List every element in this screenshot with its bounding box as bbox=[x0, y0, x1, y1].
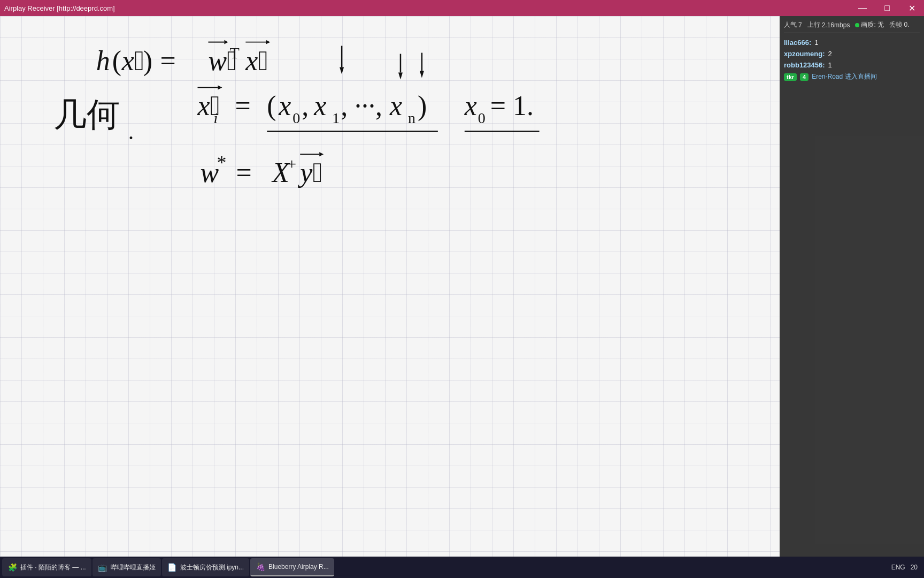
upload-label: 上行 bbox=[807, 20, 820, 29]
taskbar-blueberry-label: Blueberry Airplay R... bbox=[268, 563, 329, 571]
svg-text:*: * bbox=[217, 152, 226, 173]
taskbar-blueberry[interactable]: 🍇 Blueberry Airplay R... bbox=[250, 558, 334, 576]
svg-text:,: , bbox=[302, 90, 309, 121]
maximize-button[interactable]: □ bbox=[875, 0, 899, 16]
svg-text:): ) bbox=[143, 45, 152, 77]
svg-text:1: 1 bbox=[332, 110, 340, 126]
chat-count-2: 1 bbox=[828, 61, 832, 69]
svg-text:几何: 几何 bbox=[53, 96, 120, 133]
svg-marker-39 bbox=[420, 71, 424, 78]
svg-marker-11 bbox=[266, 40, 270, 44]
chat-row-2: robb123456: 1 bbox=[784, 61, 920, 69]
chat-user-2: robb123456: bbox=[784, 61, 825, 69]
svg-text:=: = bbox=[160, 45, 176, 76]
delay-stat: 丢帧 0. bbox=[889, 20, 909, 29]
title-bar: Airplay Receiver [http://deeprd.com] — □… bbox=[0, 0, 924, 16]
plugin-icon: 🧩 bbox=[7, 562, 17, 572]
whiteboard[interactable]: h ( x⃗ ) = w⃗ T x⃗ 几何 . x⃗ i bbox=[0, 16, 780, 557]
taskbar-time: 20 bbox=[911, 564, 918, 571]
chat-messages: lilac666: 1 xpzoumeng: 2 robb123456: 1 t… bbox=[784, 39, 920, 81]
chat-count-1: 2 bbox=[828, 50, 832, 58]
blueberry-icon: 🍇 bbox=[256, 562, 265, 572]
quality-label: 画质: 无 bbox=[861, 20, 884, 29]
enter-text: Eren-Road 进入直播间 bbox=[812, 72, 876, 81]
panel-stats: 人气 7 上行 2.16mbps 画质: 无 丢帧 0. bbox=[784, 20, 920, 33]
badge-tkr: tkr bbox=[784, 73, 797, 81]
popularity-label: 人气 bbox=[784, 20, 797, 29]
taskbar-plugin-label: 插件 · 陌陌的博客 — ... bbox=[20, 563, 86, 572]
svg-text:=: = bbox=[236, 157, 251, 188]
svg-text:= 1.: = 1. bbox=[490, 90, 534, 121]
popularity-stat: 人气 7 bbox=[784, 20, 802, 29]
svg-text:w: w bbox=[200, 157, 219, 188]
svg-text:h: h bbox=[96, 45, 110, 76]
svg-text:=: = bbox=[235, 90, 250, 121]
svg-text:y⃗: y⃗ bbox=[297, 157, 322, 188]
svg-text:x: x bbox=[313, 90, 326, 121]
bili-icon: 📺 bbox=[98, 562, 107, 572]
svg-text:n: n bbox=[408, 110, 415, 126]
taskbar-plugin[interactable]: 🧩 插件 · 陌陌的博客 — ... bbox=[2, 558, 91, 576]
svg-text:, ···,: , ···, bbox=[341, 90, 382, 121]
svg-text:x⃗: x⃗ bbox=[121, 45, 144, 76]
svg-text:x: x bbox=[278, 90, 291, 121]
minimize-button[interactable]: — bbox=[850, 0, 875, 16]
svg-text:i: i bbox=[213, 110, 218, 126]
svg-text:(: ( bbox=[267, 90, 276, 121]
svg-text:T: T bbox=[229, 44, 239, 62]
right-panel: 人气 7 上行 2.16mbps 画质: 无 丢帧 0. lilac666: 1… bbox=[780, 16, 924, 557]
main-area: h ( x⃗ ) = w⃗ T x⃗ 几何 . x⃗ i bbox=[0, 16, 924, 557]
svg-text:x: x bbox=[389, 90, 402, 121]
popularity-value: 7 bbox=[798, 21, 802, 29]
svg-text:w⃗: w⃗ bbox=[208, 45, 237, 76]
svg-text:0: 0 bbox=[292, 110, 300, 126]
title-bar-text: Airplay Receiver [http://deeprd.com] bbox=[4, 4, 115, 12]
taskbar-bili[interactable]: 📺 哔哩哔哩直播姬 bbox=[93, 558, 161, 576]
svg-marker-35 bbox=[340, 67, 344, 74]
taskbar-right: ENG 20 bbox=[891, 564, 922, 571]
svg-text:x: x bbox=[464, 90, 477, 121]
svg-marker-47 bbox=[319, 152, 324, 156]
taskbar-bili-label: 哔哩哔哩直播姬 bbox=[111, 563, 156, 572]
title-bar-controls: — □ ✕ bbox=[850, 0, 924, 16]
svg-text:x⃗: x⃗ bbox=[245, 45, 268, 76]
delay-label: 丢帧 0. bbox=[889, 20, 909, 29]
taskbar: 🧩 插件 · 陌陌的博客 — ... 📺 哔哩哔哩直播姬 📄 波士顿房价预测.i… bbox=[0, 557, 924, 578]
math-drawing: h ( x⃗ ) = w⃗ T x⃗ 几何 . x⃗ i bbox=[0, 16, 780, 557]
taskbar-lang: ENG bbox=[891, 564, 905, 571]
chat-row-1: xpzoumeng: 2 bbox=[784, 50, 920, 58]
quality-stat: 画质: 无 bbox=[855, 20, 884, 29]
close-button[interactable]: ✕ bbox=[899, 0, 924, 16]
badge-number: 4 bbox=[800, 73, 808, 81]
svg-text:X: X bbox=[271, 157, 290, 188]
svg-marker-17 bbox=[218, 86, 222, 90]
svg-text:+: + bbox=[287, 155, 296, 172]
svg-text:(: ( bbox=[112, 45, 121, 77]
svg-text:): ) bbox=[418, 90, 427, 121]
quality-dot bbox=[855, 23, 859, 27]
svg-text:0: 0 bbox=[478, 110, 486, 126]
chat-user-0: lilac666: bbox=[784, 39, 811, 47]
upload-value: 2.16mbps bbox=[822, 21, 850, 29]
jupyter-icon: 📄 bbox=[167, 562, 177, 572]
taskbar-jupyter[interactable]: 📄 波士顿房价预测.ipyn... bbox=[162, 558, 249, 576]
taskbar-jupyter-label: 波士顿房价预测.ipyn... bbox=[180, 563, 244, 572]
chat-row-enter: tkr 4 Eren-Road 进入直播间 bbox=[784, 72, 920, 81]
chat-user-1: xpzoumeng: bbox=[784, 50, 825, 58]
chat-row-0: lilac666: 1 bbox=[784, 39, 920, 47]
svg-text:x⃗: x⃗ bbox=[197, 90, 220, 121]
svg-text:.: . bbox=[128, 119, 134, 144]
chat-count-0: 1 bbox=[814, 39, 818, 47]
svg-marker-37 bbox=[398, 73, 403, 80]
svg-marker-9 bbox=[224, 40, 228, 44]
upload-stat: 上行 2.16mbps bbox=[807, 20, 850, 29]
